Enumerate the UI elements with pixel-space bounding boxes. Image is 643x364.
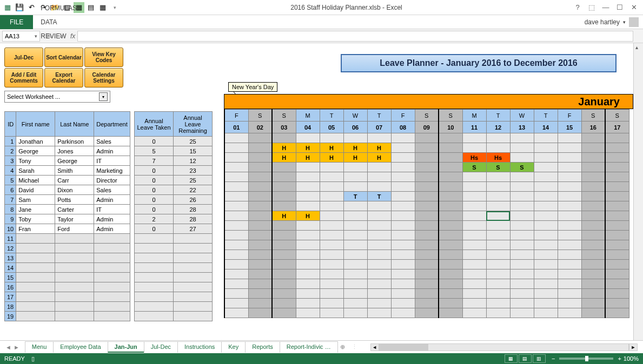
calendar-cell[interactable] <box>486 308 510 318</box>
calendar-cell[interactable] <box>415 260 439 269</box>
calendar-cell[interactable] <box>605 143 629 153</box>
calendar-cell[interactable] <box>581 260 605 269</box>
employee-row[interactable]: 8JaneCarterIT <box>5 205 130 214</box>
calendar-cell[interactable] <box>391 172 415 182</box>
calendar-cell[interactable] <box>296 240 320 250</box>
calendar-cell[interactable] <box>486 269 510 279</box>
calendar-cell[interactable] <box>439 279 462 289</box>
calendar-cell[interactable] <box>391 201 415 211</box>
calendar-cell[interactable] <box>462 279 486 289</box>
calendar-cell[interactable] <box>439 153 462 163</box>
calendar-cell[interactable] <box>510 279 534 289</box>
calendar-cell[interactable] <box>415 299 439 308</box>
calendar-cell[interactable] <box>343 299 367 308</box>
calendar-cell[interactable] <box>248 163 272 172</box>
calendar-cell[interactable] <box>605 192 629 201</box>
calendar-cell[interactable] <box>248 153 272 163</box>
close-button[interactable]: ✕ <box>627 2 641 13</box>
calendar-cell[interactable] <box>605 289 629 299</box>
employee-row[interactable]: 1JonathanParkinsonSales <box>5 137 130 146</box>
qat-more-icon[interactable]: ▾ <box>109 2 120 13</box>
calendar-cell[interactable] <box>558 308 581 318</box>
calendar-cell[interactable] <box>581 182 605 192</box>
leave-row[interactable]: 026 <box>135 195 213 205</box>
calendar-cell[interactable] <box>367 231 391 240</box>
calendar-cell[interactable] <box>486 201 510 211</box>
calendar-cell[interactable] <box>581 289 605 299</box>
calendar-cell[interactable] <box>605 299 629 308</box>
zoom-out-button[interactable]: − <box>552 355 555 362</box>
calendar-cell[interactable] <box>534 299 558 308</box>
calendar-cell[interactable] <box>248 299 272 308</box>
leave-row[interactable]: 228 <box>135 214 213 224</box>
leave-row[interactable]: 025 <box>135 137 213 146</box>
calendar-cell[interactable] <box>248 211 272 221</box>
calendar-cell[interactable] <box>367 201 391 211</box>
calendar-cell[interactable] <box>558 192 581 201</box>
calendar-cell[interactable] <box>320 182 343 192</box>
calendar-cell[interactable] <box>510 133 534 143</box>
calendar-cell[interactable] <box>367 250 391 260</box>
calendar-cell[interactable] <box>486 211 510 221</box>
macro-btn-add-edit-comments[interactable]: Add / Edit Comments <box>4 68 43 87</box>
calendar-cell[interactable] <box>272 289 296 299</box>
macro-btn-jul-dec[interactable]: Jul-Dec <box>4 48 43 67</box>
sheet-tab[interactable]: Jan-Jun <box>108 341 144 353</box>
calendar-cell[interactable] <box>296 231 320 240</box>
calendar-cell[interactable] <box>320 201 343 211</box>
calendar-cell[interactable] <box>415 250 439 260</box>
calendar-cell[interactable] <box>486 231 510 240</box>
calendar-cell[interactable] <box>224 211 248 221</box>
calendar-cell[interactable] <box>486 299 510 308</box>
zoom-slider[interactable] <box>559 358 613 360</box>
minimize-button[interactable]: — <box>599 2 613 13</box>
calendar-cell[interactable] <box>605 250 629 260</box>
employee-row-empty[interactable]: 16 <box>5 282 130 292</box>
calendar-cell[interactable] <box>462 231 486 240</box>
calendar-cell[interactable] <box>320 250 343 260</box>
employee-row-empty[interactable]: 17 <box>5 292 130 302</box>
ribbon-tab-data[interactable]: DATA <box>33 15 93 29</box>
calendar-cell[interactable] <box>415 211 439 221</box>
calendar-cell[interactable]: Hs <box>486 153 510 163</box>
calendar-cell[interactable] <box>415 308 439 318</box>
calendar-cell[interactable] <box>510 182 534 192</box>
calendar-cell[interactable] <box>486 260 510 269</box>
sheet-tab[interactable]: Instructions <box>177 341 222 353</box>
calendar-cell[interactable] <box>510 240 534 250</box>
calendar-cell[interactable] <box>224 172 248 182</box>
calendar-cell[interactable] <box>486 133 510 143</box>
calendar-cell[interactable] <box>272 299 296 308</box>
calendar-cell[interactable]: S <box>510 163 534 172</box>
calendar-cell[interactable] <box>439 201 462 211</box>
calendar-cell[interactable] <box>439 211 462 221</box>
calendar-cell[interactable] <box>391 289 415 299</box>
calendar-cell[interactable] <box>248 192 272 201</box>
calendar-cell[interactable]: H <box>320 143 343 153</box>
calendar-cell[interactable] <box>391 211 415 221</box>
calendar-cell[interactable] <box>534 133 558 143</box>
leave-row[interactable]: 712 <box>135 156 213 166</box>
calendar-cell[interactable] <box>343 308 367 318</box>
calendar-cell[interactable] <box>439 260 462 269</box>
leave-row-empty[interactable] <box>135 263 213 273</box>
calendar-cell[interactable]: H <box>367 153 391 163</box>
calendar-cell[interactable] <box>248 308 272 318</box>
scroll-left-icon[interactable]: ◄ <box>370 343 379 351</box>
calendar-cell[interactable] <box>272 240 296 250</box>
calendar-cell[interactable] <box>510 201 534 211</box>
calendar-cell[interactable] <box>391 163 415 172</box>
calendar-cell[interactable] <box>224 143 248 153</box>
calendar-cell[interactable] <box>581 231 605 240</box>
calendar-cell[interactable] <box>605 182 629 192</box>
calendar-cell[interactable] <box>248 133 272 143</box>
calendar-cell[interactable] <box>558 172 581 182</box>
calendar-cell[interactable] <box>296 299 320 308</box>
calendar-cell[interactable] <box>439 250 462 260</box>
calendar-cell[interactable] <box>248 221 272 231</box>
leave-row[interactable]: 027 <box>135 224 213 234</box>
sheet-tab[interactable]: Employee Data <box>53 341 108 353</box>
calendar-cell[interactable] <box>391 221 415 231</box>
calendar-cell[interactable] <box>415 240 439 250</box>
calendar-cell[interactable] <box>320 172 343 182</box>
